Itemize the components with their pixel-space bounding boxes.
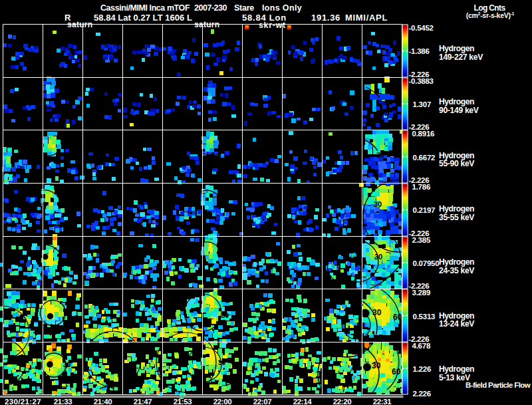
svg-text:-0.3883: -0.3883 xyxy=(409,77,434,85)
svg-text:30: 30 xyxy=(374,253,382,261)
svg-text:60: 60 xyxy=(393,313,402,322)
svg-text:0.07950: 0.07950 xyxy=(413,259,440,267)
svg-text:-0.5452: -0.5452 xyxy=(409,24,434,32)
svg-text:30: 30 xyxy=(348,256,356,263)
svg-text:2007-230: 2007-230 xyxy=(194,3,227,13)
svg-text:30: 30 xyxy=(372,361,381,370)
svg-text:21:47: 21:47 xyxy=(134,398,152,405)
svg-text:2.226: 2.226 xyxy=(413,390,431,398)
svg-text:191.36: 191.36 xyxy=(311,13,340,23)
svg-text:0.2197: 0.2197 xyxy=(413,206,436,214)
svg-text:22:31: 22:31 xyxy=(373,398,392,405)
svg-text:35-55 keV: 35-55 keV xyxy=(439,213,475,222)
svg-text:MIMI/APL: MIMI/APL xyxy=(345,13,388,23)
svg-text:22:20: 22:20 xyxy=(333,398,352,405)
svg-text:30: 30 xyxy=(63,361,71,368)
svg-text:21:40: 21:40 xyxy=(94,398,112,405)
svg-text:30: 30 xyxy=(372,308,382,317)
svg-text:0.5313: 0.5313 xyxy=(413,313,436,321)
svg-text:230/21:27: 230/21:27 xyxy=(5,398,41,405)
svg-text:30: 30 xyxy=(374,200,382,208)
svg-text:22:00: 22:00 xyxy=(213,398,232,405)
svg-text:-1.386: -1.386 xyxy=(409,47,430,55)
svg-text:149-227 keV: 149-227 keV xyxy=(439,53,483,62)
svg-text:saturn: saturn xyxy=(67,20,92,29)
svg-text:(cm2-sr-s-keV)-1: (cm2-sr-s-keV)-1 xyxy=(466,11,515,19)
svg-text:4.678: 4.678 xyxy=(412,342,431,350)
svg-text:B-field Particle Flow: B-field Particle Flow xyxy=(466,381,531,389)
svg-text:3.289: 3.289 xyxy=(412,289,431,297)
svg-text:skr-wt: skr-wt xyxy=(259,21,286,30)
svg-text:30: 30 xyxy=(218,359,226,366)
svg-text:22:14: 22:14 xyxy=(293,398,312,405)
svg-text:Stare: Stare xyxy=(234,3,254,13)
svg-text:30: 30 xyxy=(221,312,229,319)
svg-text:0.8916: 0.8916 xyxy=(412,130,435,138)
svg-text:Ions Only: Ions Only xyxy=(262,3,302,13)
svg-text:30: 30 xyxy=(350,308,358,315)
svg-text:90-149 keV: 90-149 keV xyxy=(439,106,479,115)
svg-text:2.385: 2.385 xyxy=(412,236,431,244)
svg-text:24-35 keV: 24-35 keV xyxy=(439,266,475,275)
svg-text:1.226: 1.226 xyxy=(413,365,432,373)
svg-text:21:53: 21:53 xyxy=(174,398,192,405)
svg-text:1.307: 1.307 xyxy=(413,100,432,108)
svg-text:saturn: saturn xyxy=(194,20,219,29)
svg-text:30: 30 xyxy=(376,151,384,159)
svg-text:13-24 keV: 13-24 keV xyxy=(439,319,475,329)
svg-text:Cassini/MIMI Inca mTOF: Cassini/MIMI Inca mTOF xyxy=(100,3,190,13)
svg-text:22:07: 22:07 xyxy=(253,398,272,405)
svg-text:1.786: 1.786 xyxy=(412,183,431,191)
svg-text:55-90 keV: 55-90 keV xyxy=(439,159,475,168)
svg-text:0.6672: 0.6672 xyxy=(413,154,436,162)
svg-text:58.84 Lat 0.27 LT 1606 L: 58.84 Lat 0.27 LT 1606 L xyxy=(94,13,192,23)
svg-text:60: 60 xyxy=(392,367,401,376)
svg-text:30: 30 xyxy=(17,358,25,366)
svg-text:21:33: 21:33 xyxy=(54,398,72,405)
